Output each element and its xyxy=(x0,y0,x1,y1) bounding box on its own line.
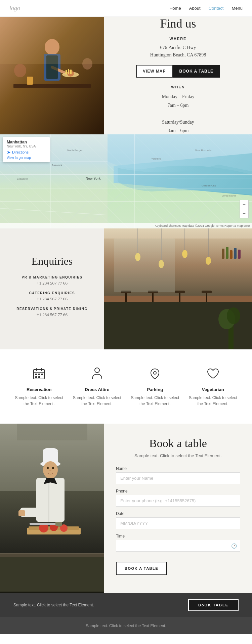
svg-point-79 xyxy=(43,448,58,453)
svg-text:Elizabeth: Elizabeth xyxy=(17,177,28,180)
map-footer-text: Keyboard shortcuts Map data ©2024 Google… xyxy=(155,224,250,227)
svg-text:Long Island: Long Island xyxy=(222,194,236,197)
reservations-phone: +1 234 567 77 66 xyxy=(16,312,88,317)
reservations-label: RESERVATIONS $ PRIVATE DINING xyxy=(16,307,88,311)
nav-menu[interactable]: Menu xyxy=(232,6,243,11)
svg-rect-47 xyxy=(125,293,127,302)
svg-rect-93 xyxy=(30,523,56,525)
weekend-hours-time: 8am – 6pm xyxy=(162,126,194,135)
date-label: Date xyxy=(116,511,240,516)
directions-button[interactable]: ➤ Directions xyxy=(7,149,46,155)
footer-text: Sample text. Click to select the Text El… xyxy=(86,624,166,628)
svg-point-61 xyxy=(227,307,240,324)
map-zoom: + − xyxy=(240,200,249,218)
phone-field-group: Phone xyxy=(116,489,240,507)
enquiries-title: Enquiries xyxy=(32,255,73,267)
dress-attire-title: Dress Attire xyxy=(70,387,124,392)
reservation-text: Sample text. Click to select the Text El… xyxy=(12,395,66,407)
svg-rect-50 xyxy=(175,291,185,293)
zoom-in[interactable]: + xyxy=(240,200,248,209)
book-table-submit-button[interactable]: BOOK A TABLE xyxy=(116,562,167,575)
nav-about[interactable]: About xyxy=(189,6,201,11)
time-input[interactable]: 10:58 AM xyxy=(116,540,240,552)
view-map-button[interactable]: VIEW MAP xyxy=(136,65,173,78)
nav-links: Home About Contact Menu xyxy=(169,6,243,11)
nav-contact[interactable]: Contact xyxy=(209,6,224,11)
svg-point-41 xyxy=(182,250,187,258)
book-table-button[interactable]: BOOK A TABLE xyxy=(173,65,220,78)
navbar: logo Home About Contact Menu xyxy=(0,0,252,17)
amenity-parking: Parking Sample text. Click to select the… xyxy=(128,366,182,407)
address-line2: Huntington Beach, CA 67898 xyxy=(150,52,206,57)
phone-input[interactable] xyxy=(116,495,240,507)
svg-point-43 xyxy=(206,257,211,265)
map-section: Newark New York Yonkers New Rochelle Eli… xyxy=(0,134,252,228)
bottom-bar-text: Sample text. Click to select the Text El… xyxy=(13,603,94,607)
hours: Monday – Friday 7am – 6pm Saturday/Sunda… xyxy=(162,92,194,135)
svg-rect-9 xyxy=(68,69,69,74)
svg-rect-55 xyxy=(226,247,228,259)
svg-text:North Bergen: North Bergen xyxy=(67,149,83,152)
find-us-title: Find us xyxy=(160,16,196,31)
enquiry-block-pr: PR & MARKETING ENQUIRIES +1 234 567 77 6… xyxy=(22,275,82,286)
find-us-section: Find us WHERE 676 Pacific C Hwy Huntingt… xyxy=(0,17,252,134)
map-footer: Keyboard shortcuts Map data ©2024 Google… xyxy=(0,223,252,228)
amenity-vegetarian: Vegetarian Sample text. Click to select … xyxy=(186,366,240,407)
weekend-hours-label: Saturday/Sunday xyxy=(162,118,194,126)
find-us-info: Find us WHERE 676 Pacific C Hwy Huntingt… xyxy=(104,17,252,134)
heart-icon xyxy=(186,366,240,383)
nav-home[interactable]: Home xyxy=(169,6,181,11)
address: 676 Pacific C Hwy Huntington Beach, CA 6… xyxy=(150,44,206,59)
time-field-group: Time 10:58 AM 🕐 xyxy=(116,534,240,552)
svg-rect-68 xyxy=(38,374,40,375)
address-line1: 676 Pacific C Hwy xyxy=(160,45,196,50)
bar-photo xyxy=(104,228,252,349)
button-group: VIEW MAP BOOK A TABLE xyxy=(136,65,220,78)
footer: Sample text. Click to select the Text El… xyxy=(0,617,252,634)
svg-rect-52 xyxy=(202,291,212,293)
chef-photo-svg xyxy=(0,424,104,592)
time-input-wrapper: 10:58 AM 🕐 xyxy=(116,540,240,552)
view-larger-map[interactable]: View larger map xyxy=(7,156,46,160)
svg-rect-71 xyxy=(38,376,40,378)
location-icon xyxy=(128,366,182,383)
catering-label: CATERING ENQUIRIES xyxy=(29,291,75,295)
amenity-reservation: Reservation Sample text. Click to select… xyxy=(12,366,66,407)
svg-rect-56 xyxy=(230,250,233,259)
book-a-table-section: Book a table Sample text. Click to selec… xyxy=(0,424,252,593)
amenity-dress-attire: Dress Attire Sample text. Click to selec… xyxy=(70,366,124,407)
svg-rect-70 xyxy=(35,376,37,378)
date-input[interactable] xyxy=(116,517,240,529)
svg-rect-62 xyxy=(114,239,175,292)
map-location-title: Manhattan xyxy=(7,140,46,144)
zoom-out[interactable]: − xyxy=(240,209,248,218)
svg-rect-97 xyxy=(0,553,104,554)
svg-rect-76 xyxy=(17,424,87,440)
bottom-booking-bar: Sample text. Click to select the Text El… xyxy=(0,593,252,617)
dress-attire-text: Sample text. Click to select the Text El… xyxy=(70,395,124,407)
chef-photo xyxy=(0,424,104,593)
restaurant-photo-svg xyxy=(0,17,104,134)
name-input[interactable] xyxy=(116,472,240,484)
reservation-title: Reservation xyxy=(12,387,66,392)
svg-rect-85 xyxy=(48,478,49,522)
name-label: Name xyxy=(116,466,240,471)
svg-rect-1 xyxy=(13,84,91,88)
book-form-subtitle: Sample text. Click to select the Text El… xyxy=(116,453,240,458)
svg-rect-57 xyxy=(234,248,237,259)
svg-rect-67 xyxy=(35,374,37,375)
svg-rect-35 xyxy=(104,228,252,239)
enquiry-block-reservations: RESERVATIONS $ PRIVATE DINING +1 234 567… xyxy=(16,307,88,317)
book-form-title: Book a table xyxy=(116,437,240,450)
calendar-icon xyxy=(12,366,66,383)
pr-phone: +1 234 567 77 66 xyxy=(22,281,82,286)
vegetarian-title: Vegetarian xyxy=(186,387,240,392)
amenities-section: Reservation Sample text. Click to select… xyxy=(0,349,252,424)
svg-rect-49 xyxy=(152,293,154,302)
bottom-book-table-button[interactable]: BoOK TABLE xyxy=(188,599,239,611)
parking-text: Sample text. Click to select the Text El… xyxy=(128,395,182,407)
svg-rect-84 xyxy=(36,478,65,522)
svg-rect-94 xyxy=(55,522,62,526)
svg-point-73 xyxy=(154,372,156,374)
book-form: Book a table Sample text. Click to selec… xyxy=(104,424,252,593)
